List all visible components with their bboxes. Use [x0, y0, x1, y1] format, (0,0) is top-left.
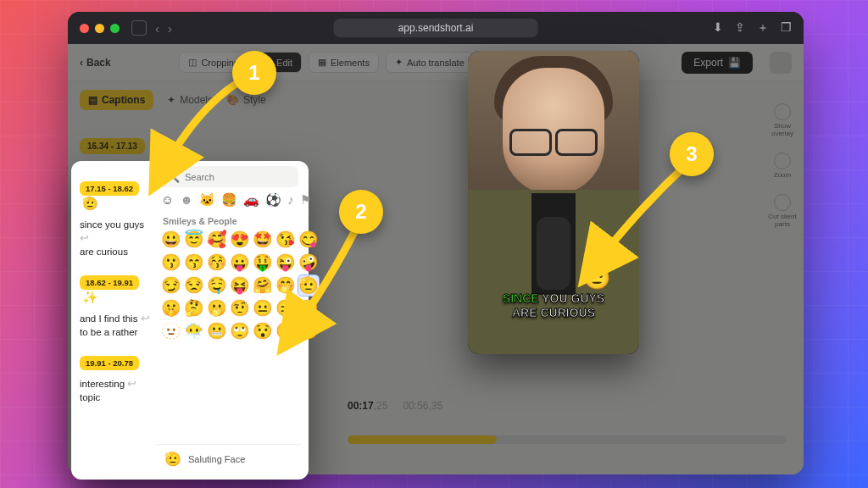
- step-badge-1: 1: [232, 51, 276, 95]
- traffic-lights[interactable]: [80, 24, 120, 33]
- emoji-cell[interactable]: 😇: [184, 230, 204, 250]
- cat-activity-icon[interactable]: ⚽: [265, 192, 281, 208]
- emoji-cell[interactable]: 😒: [184, 275, 204, 296]
- url-text: app.sendshort.ai: [398, 22, 474, 34]
- emoji-cell[interactable]: 🫢: [207, 298, 227, 319]
- return-icon: ↩: [127, 377, 136, 390]
- share-icon[interactable]: ⇪: [735, 20, 745, 36]
- download-icon[interactable]: ⬇: [713, 20, 723, 36]
- step-badge-3: 3: [670, 132, 714, 176]
- step-arrow-3: [576, 161, 712, 300]
- url-bar[interactable]: app.sendshort.ai: [334, 19, 538, 37]
- emoji-cell[interactable]: 😛: [230, 252, 250, 273]
- caption-text: interesting ↩topic: [80, 377, 153, 404]
- emoji-cell[interactable]: 🤗: [253, 275, 273, 296]
- emoji-cell[interactable]: 🙄: [230, 321, 250, 341]
- desktop-wallpaper: ‹ › app.sendshort.ai ⬇ ⇪ ＋ ❐ ‹Back ◫Crop…: [0, 0, 868, 488]
- emoji-cell[interactable]: 🤑: [253, 252, 273, 273]
- emoji-cell[interactable]: 🤫: [161, 298, 181, 319]
- caption-block-emoji: ✨: [82, 290, 98, 304]
- glasses-icon: [509, 129, 598, 151]
- cat-objects-icon[interactable]: ♪: [287, 192, 294, 208]
- emoji-cell[interactable]: 🤔: [184, 298, 204, 319]
- emoji-cell[interactable]: 🤨: [230, 298, 250, 319]
- caption-time: 19.91 - 20.78: [80, 356, 139, 370]
- emoji-cell[interactable]: 🫥: [161, 321, 181, 341]
- caption-text: and I find this ↩to be a rather: [80, 312, 153, 339]
- emoji-cell[interactable]: 😗: [161, 252, 181, 273]
- close-window-icon[interactable]: [80, 24, 89, 33]
- emoji-cell[interactable]: 🤩: [253, 230, 273, 250]
- emoji-cell[interactable]: 😏: [161, 275, 181, 296]
- emoji-cell[interactable]: 😬: [207, 321, 227, 341]
- maximize-window-icon[interactable]: [110, 24, 120, 33]
- sidebar-toggle-icon[interactable]: [131, 20, 147, 36]
- caption-blocks: 17.15 - 18.62🫡since you guys ↩are curiou…: [80, 181, 153, 421]
- minimize-window-icon[interactable]: [95, 24, 104, 33]
- return-icon: ↩: [80, 231, 89, 244]
- return-icon: ↩: [141, 312, 150, 324]
- step-arrow-2: [280, 220, 398, 359]
- caption-block-emoji: 🫡: [82, 196, 98, 210]
- emoji-cell[interactable]: 😝: [230, 275, 250, 296]
- emoji-cell[interactable]: 😯: [253, 321, 273, 341]
- emoji-cell[interactable]: 😐: [253, 298, 273, 319]
- emoji-cell[interactable]: 😙: [184, 252, 204, 273]
- emoji-cell[interactable]: 🤤: [207, 275, 227, 296]
- caption-block[interactable]: 17.15 - 18.62🫡since you guys ↩are curiou…: [80, 181, 153, 258]
- browser-chrome: ‹ › app.sendshort.ai ⬇ ⇪ ＋ ❐: [68, 12, 804, 44]
- new-tab-icon[interactable]: ＋: [757, 20, 769, 36]
- nav-forward-icon[interactable]: ›: [168, 21, 172, 36]
- emoji-picker-popup: 17.15 - 18.62🫡since you guys ↩are curiou…: [71, 161, 309, 480]
- emoji-cell[interactable]: 😀: [161, 230, 181, 250]
- step-badge-2: 2: [339, 190, 383, 234]
- caption-time: 17.15 - 18.62: [80, 181, 139, 196]
- caption-highlight-word: SINCE: [503, 291, 539, 305]
- microphone-icon: [537, 217, 570, 290]
- caption-block[interactable]: 19.91 - 20.78interesting ↩topic: [80, 356, 153, 404]
- tabs-icon[interactable]: ❐: [781, 20, 792, 36]
- caption-block[interactable]: 18.62 - 19.91✨and I find this ↩to be a r…: [80, 275, 153, 339]
- emoji-cell[interactable]: 😚: [207, 252, 227, 273]
- cat-flags-icon[interactable]: ⚑: [300, 192, 311, 208]
- caption-time: 18.62 - 19.91: [80, 275, 139, 290]
- emoji-cell[interactable]: 😶‍🌫️: [184, 321, 204, 341]
- footer-emoji-name: Saluting Face: [188, 454, 245, 464]
- nav-back-icon[interactable]: ‹: [155, 21, 159, 36]
- emoji-picker-footer: 🫡 Saluting Face: [156, 444, 302, 473]
- emoji-cell[interactable]: 🥰: [207, 230, 227, 250]
- step-arrow-1: [144, 76, 263, 198]
- caption-text: since you guys ↩are curious: [80, 218, 153, 258]
- emoji-cell[interactable]: 😍: [230, 230, 250, 250]
- footer-emoji-icon: 🫡: [164, 451, 181, 467]
